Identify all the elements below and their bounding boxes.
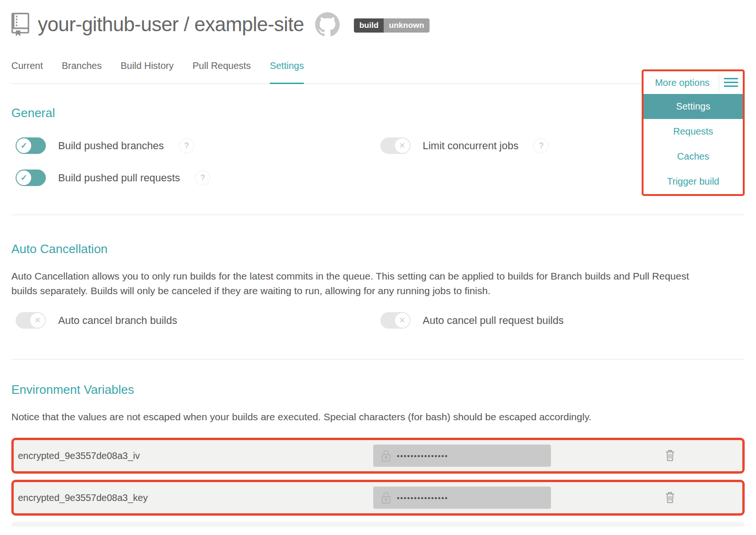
env-var-row-key: encrypted_9e3557de08a3_key •••••••••••••… (11, 480, 745, 516)
env-var-name: encrypted_9e3557de08a3_iv (14, 450, 140, 461)
trash-icon (664, 490, 676, 504)
github-icon[interactable] (315, 12, 340, 37)
env-var-row-iv: encrypted_9e3557de08a3_iv ••••••••••••••… (11, 438, 745, 474)
toggle-auto-cancel-branch-builds[interactable]: ✕ (16, 312, 46, 329)
menu-item-trigger-build[interactable]: Trigger build (644, 169, 743, 194)
lock-icon (381, 491, 391, 504)
general-heading: General (11, 106, 745, 120)
trash-icon (664, 448, 676, 462)
dropdown-divider (719, 73, 719, 92)
toggle-knob-check: ✓ (17, 170, 31, 185)
toggle-build-pushed-pull-requests[interactable]: ✓ (16, 170, 46, 186)
more-options-button[interactable]: More options (644, 71, 743, 94)
menu-item-settings[interactable]: Settings (644, 94, 743, 119)
tab-settings[interactable]: Settings (270, 60, 304, 84)
section-auto-cancellation: Auto Cancellation Auto Cancellation allo… (11, 242, 745, 329)
menu-item-requests[interactable]: Requests (644, 119, 743, 144)
help-icon[interactable]: ? (179, 138, 194, 153)
toggle-knob-cross: ✕ (395, 313, 410, 328)
toggle-limit-concurrent-jobs[interactable]: ✕ (380, 137, 411, 154)
auto-cancellation-description: Auto Cancellation allows you to only run… (11, 269, 701, 298)
tab-branches[interactable]: Branches (62, 60, 102, 83)
auto-cancellation-heading: Auto Cancellation (11, 242, 745, 256)
lock-icon (381, 449, 391, 462)
tab-build-history[interactable]: Build History (120, 60, 173, 83)
setting-auto-cancel-branch-builds: ✕ Auto cancel branch builds (16, 312, 380, 329)
delete-variable-button[interactable] (664, 448, 676, 464)
masked-value-field[interactable]: ••••••••••••••• (373, 487, 551, 509)
hamburger-icon[interactable] (724, 78, 738, 89)
section-environment-variables: Environment Variables Notice that the va… (11, 382, 745, 527)
toggle-auto-cancel-pull-request-builds[interactable]: ✕ (380, 312, 411, 329)
next-env-row-partial (11, 522, 745, 527)
toggle-label: Build pushed pull requests (58, 172, 180, 184)
env-vars-notice: Notice that the values are not escaped w… (11, 411, 745, 423)
build-status-badge: build unknown (354, 18, 429, 33)
masked-value-dots: ••••••••••••••• (397, 494, 448, 502)
menu-item-caches[interactable]: Caches (644, 144, 743, 169)
badge-value: unknown (384, 18, 430, 33)
page-title: your-github-user / example-site (38, 13, 304, 36)
toggle-knob-cross: ✕ (30, 313, 45, 328)
delete-variable-button[interactable] (664, 490, 676, 506)
tab-current[interactable]: Current (11, 60, 43, 83)
env-var-list: encrypted_9e3557de08a3_iv ••••••••••••••… (11, 438, 745, 527)
repo-tab-bar: Current Branches Build History Pull Requ… (11, 60, 745, 84)
help-icon[interactable]: ? (533, 138, 549, 153)
help-icon[interactable]: ? (195, 170, 210, 186)
toggle-label: Auto cancel pull request builds (423, 314, 564, 327)
toggle-label: Limit concurrent jobs (423, 140, 519, 152)
setting-build-pushed-pull-requests: ✓ Build pushed pull requests ? (16, 170, 380, 186)
setting-build-pushed-branches: ✓ Build pushed branches ? (16, 137, 380, 154)
masked-value-dots: ••••••••••••••• (397, 452, 448, 460)
masked-value-field[interactable]: ••••••••••••••• (373, 445, 551, 467)
toggle-knob-cross: ✕ (395, 138, 410, 153)
environment-variables-heading: Environment Variables (11, 382, 745, 397)
toggle-knob-check: ✓ (17, 138, 31, 153)
repo-book-icon (11, 13, 29, 36)
tab-pull-requests[interactable]: Pull Requests (192, 60, 250, 83)
section-general: General ✓ Build pushed branches ? ✕ Limi… (11, 106, 745, 186)
toggle-build-pushed-branches[interactable]: ✓ (16, 137, 46, 154)
toggle-label: Build pushed branches (58, 140, 164, 152)
more-options-menu: Settings Requests Caches Trigger build (644, 94, 743, 194)
setting-auto-cancel-pull-request-builds: ✕ Auto cancel pull request builds (380, 312, 745, 329)
page-header: your-github-user / example-site build un… (11, 9, 745, 40)
repo-settings-page: your-github-user / example-site build un… (0, 9, 756, 527)
toggle-label: Auto cancel branch builds (58, 314, 177, 327)
badge-key: build (354, 18, 384, 33)
section-divider (11, 359, 745, 360)
section-divider (11, 214, 745, 215)
more-options-dropdown: More options Settings Requests Caches Tr… (642, 69, 745, 196)
env-var-name: encrypted_9e3557de08a3_key (14, 493, 148, 503)
